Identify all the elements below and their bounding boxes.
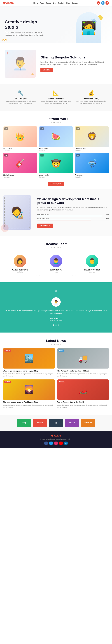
team-splash-decoration	[1, 224, 8, 232]
news-card-4[interactable]: 🏎️ SPORTS Top 10 Fastest Cars in the Wor…	[57, 380, 109, 408]
testimonial-dots	[5, 324, 107, 326]
illus-num-4: 04	[4, 154, 8, 156]
illus-item-6[interactable]: 🤿 06 Ampersand Illustration	[75, 153, 109, 178]
illus-item-2[interactable]: 🍉 02 Astronautes Illustration	[39, 126, 73, 151]
nav-about[interactable]: About	[40, 2, 44, 4]
navbar: ⬟ Asata Home About Pages Blog Portfolio …	[0, 0, 112, 6]
progress-adobe-fill	[37, 220, 91, 220]
view-projects-button[interactable]: View Projects	[48, 182, 64, 186]
illus-item-1[interactable]: 👑 01 Petits Plaisirs Illustration	[3, 126, 37, 151]
progress-php-pct: 90%	[106, 214, 109, 215]
illus-sublabel-3: Illustration	[75, 150, 109, 151]
twitter-icon[interactable]: t	[49, 442, 53, 445]
illus-label-3: Siempre Playa	[75, 147, 109, 150]
news-title-1: Want to get an expert to write on your b…	[3, 370, 55, 372]
feature-marketing: 💰 Save & Marketing Duis moles facturer s…	[74, 88, 109, 106]
creative-team-title: Creative Team	[3, 242, 109, 246]
progress-php-label: PHP Development 90%	[37, 214, 109, 215]
news-tag-3: TRAVEL	[4, 381, 11, 383]
team-name-1: NANCY ROBINSON	[5, 269, 35, 271]
team-cards: 👩 NANCY ROBINSON Marketing 👨‍🦱 NOKIA ROM…	[3, 252, 109, 276]
creative-team-section: Creative Team Great Agency 👩 NANCY ROBIN…	[0, 236, 112, 282]
linkedin-icon[interactable]: in	[64, 442, 68, 445]
design-team-title: we are design & development team that is…	[37, 197, 109, 205]
news-tag-1: TRAVEL	[4, 350, 11, 352]
team-role-1: Marketing	[5, 271, 35, 273]
illus-label-6: Ampersand	[75, 173, 109, 176]
news-emoji-2: 🚚	[78, 354, 88, 363]
partner-name-1: GG◆	[22, 422, 26, 424]
team-emoji-1: 👩	[16, 258, 23, 264]
news-emoji-4: 🏎️	[78, 385, 88, 394]
nav-blog2[interactable]: Blog	[66, 2, 70, 4]
user-icon-1[interactable]: U	[97, 1, 100, 5]
news-card-1[interactable]: 🏙️ TRAVEL Want to get an expert to write…	[3, 348, 55, 377]
progress-adobe: Adobe After Effect 75%	[37, 218, 109, 220]
quote-icon: ❝	[5, 288, 107, 296]
youtube-icon[interactable]: y	[59, 442, 63, 445]
news-tag-4: SPORTS	[58, 381, 66, 383]
latest-news-title: Latest News	[3, 339, 109, 343]
news-card-3[interactable]: 🌄 TRAVEL The best hidden gems of Washing…	[3, 380, 55, 408]
partner-logo-1[interactable]: GG◆	[17, 418, 31, 427]
illus-img-6: 🤿	[75, 153, 109, 173]
team-card-1: 👩 NANCY ROBINSON Marketing	[3, 252, 37, 276]
team-name-3: STEVEN MORRISON	[77, 269, 107, 271]
tech-support-title: Tech Support	[5, 97, 37, 100]
partner-logo-5[interactable]: ARAMORO	[81, 418, 95, 427]
user-icon-2[interactable]: U	[101, 1, 105, 5]
design-team-photo: 🧑‍🎨	[3, 195, 31, 230]
dot-2[interactable]	[55, 324, 57, 326]
dot-1[interactable]	[53, 324, 54, 326]
nav-contact[interactable]: Contact	[72, 2, 78, 4]
news-img-1: 🏙️ TRAVEL	[3, 348, 55, 368]
illus-img-3: 🦁	[75, 126, 109, 147]
nav-portfolio[interactable]: Portfolio	[58, 2, 64, 4]
partner-logo-4[interactable]: ROGERS	[65, 418, 79, 427]
hero-image-area: 🧑‍💻 ✦	[70, 12, 107, 43]
design-team-section: 🧑‍🎨 we are design & development team tha…	[0, 189, 112, 236]
nav-blog[interactable]: Blog	[53, 2, 56, 4]
nav-links: Home About Pages Blog Portfolio Blog Con…	[33, 2, 78, 4]
user-icon-3[interactable]: U	[106, 1, 109, 5]
testimonial-section: ❝ 👨‍💼 Great theme! Have it implemented o…	[0, 282, 112, 332]
illus-num-6: 06	[76, 154, 80, 156]
illus-sublabel-1: Illustration	[3, 150, 37, 151]
illus-sublabel-2: Illustration	[39, 150, 73, 151]
illus-label-2: Astronautes	[39, 147, 73, 150]
progress-php-fill	[37, 216, 102, 216]
dot-3[interactable]	[58, 324, 59, 326]
nav-user-icons: U U U	[97, 1, 109, 5]
nav-home[interactable]: Home	[33, 2, 38, 4]
team-role-3: Developer	[77, 271, 107, 273]
illus-sublabel-4: Illustration	[3, 176, 37, 178]
news-text-2: Duis moles facturer statum lorem ipsum d…	[57, 373, 109, 377]
team-name-2: NOKIA ROMINA	[41, 269, 71, 271]
bespoke-image: ✦ 👨‍💼 ★	[5, 50, 36, 78]
bespoke-cta-button[interactable]: About Us	[40, 68, 53, 72]
instagram-icon[interactable]: i	[54, 442, 58, 445]
illus-num-5: 05	[40, 154, 44, 156]
partner-logo-3[interactable]: ◼	[49, 418, 63, 427]
facebook-icon[interactable]: f	[44, 442, 48, 445]
partner-logo-2[interactable]: La Cura	[33, 418, 47, 427]
logo[interactable]: ⬟ Asata	[3, 1, 14, 5]
nav-pages[interactable]: Pages	[46, 2, 51, 4]
marketing-title: Save & Marketing	[75, 97, 107, 100]
news-text-3: Duis moles facturer statum lorem ipsum d…	[3, 404, 55, 408]
news-card-2[interactable]: 🚚 MUSIC The Perfect Music for the Perfec…	[57, 348, 109, 377]
download-cv-button[interactable]: Download CV	[37, 224, 53, 228]
illustrator-grid: 👑 01 Petits Plaisirs Illustration 🍉 02 A…	[3, 126, 109, 178]
illus-item-4[interactable]: 🎸 04 Studio Dreams Illustration	[3, 153, 37, 178]
illus-label-1: Petits Plaisirs	[3, 147, 37, 150]
illus-img-1: 👑	[3, 126, 37, 147]
marketing-icon: 💰	[75, 90, 107, 96]
illus-item-5[interactable]: 🤠 05 Lucky Hands Illustration	[39, 153, 73, 178]
design-team-person-emoji: 🧑‍🎨	[10, 206, 24, 219]
progress-php: PHP Development 90%	[37, 214, 109, 216]
hero-content: Creative design Studio Find the deliciou…	[5, 19, 51, 36]
illustrator-subtitle: Great Agency	[3, 122, 109, 123]
feature-research-design: 📐 Research Design Duis moles facturer st…	[38, 88, 74, 106]
progress-adobe-label: Adobe After Effect 75%	[37, 218, 109, 219]
illus-item-3[interactable]: 🦁 03 Siempre Playa Illustration	[75, 126, 109, 151]
